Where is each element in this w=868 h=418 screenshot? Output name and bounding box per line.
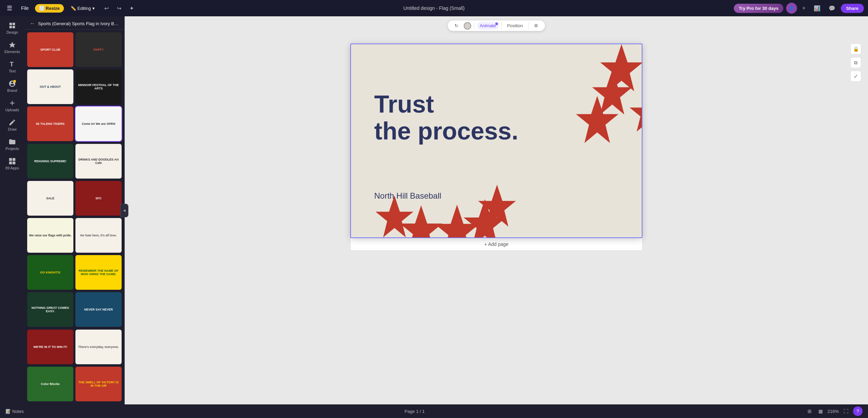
- animate-active-dot: [495, 22, 498, 25]
- zoom-level: 216%: [828, 409, 839, 414]
- resize-canvas-button[interactable]: ⤢: [850, 71, 861, 82]
- svg-rect-2: [10, 26, 12, 28]
- canvas-frame[interactable]: Trust the process. North Hill Baseball: [350, 44, 642, 238]
- sidebar-item-projects[interactable]: Projects: [1, 135, 23, 153]
- svg-marker-11: [592, 70, 632, 115]
- svg-rect-7: [13, 158, 15, 161]
- refresh-button[interactable]: ↻: [452, 22, 461, 30]
- template-item[interactable]: REMEMBER THE NAME OF WHO OWNS THE GAME.: [75, 255, 122, 290]
- brand-notification-dot: [13, 80, 16, 83]
- sidebar-item-uploads[interactable]: Uploads: [1, 97, 23, 115]
- help-button[interactable]: ?: [853, 406, 863, 416]
- list-view-button[interactable]: ▦: [816, 408, 825, 415]
- notes-button[interactable]: 📝 Notes: [5, 409, 24, 414]
- template-item[interactable]: THE SMELL OF VICTORY IS IN THE AIR: [75, 367, 122, 401]
- template-item[interactable]: PARTY: [75, 32, 122, 67]
- template-item[interactable]: Color Blocke: [27, 367, 73, 401]
- stats-button[interactable]: 📊: [811, 4, 823, 13]
- undo-button[interactable]: ↩: [102, 4, 111, 13]
- notes-icon: 📝: [5, 409, 11, 414]
- template-item[interactable]: GO KNIGHTS!: [27, 255, 73, 290]
- svg-marker-18: [464, 199, 506, 237]
- template-item[interactable]: DRINKS AND DOODLES Art Cafe: [75, 144, 122, 179]
- template-item[interactable]: SPORT CLUB: [27, 32, 73, 67]
- template-item[interactable]: REIGNING SUPREME!: [27, 144, 73, 179]
- templates-grid: SPORT CLUBPARTYOUT & ABOUTMINNOIR FESTIV…: [24, 30, 124, 404]
- sidebar-item-apps[interactable]: 89 Apps: [1, 155, 23, 173]
- svg-rect-9: [13, 162, 15, 164]
- comments-button[interactable]: 💬: [826, 4, 838, 13]
- left-panel: ← Sports (General) Sports Flag in Ivory …: [24, 16, 125, 404]
- svg-marker-16: [400, 205, 442, 237]
- toolbar-divider: [474, 22, 474, 29]
- sidebar-item-elements[interactable]: Elements: [1, 38, 23, 56]
- color-swatch[interactable]: [464, 22, 471, 30]
- sidebar-item-design[interactable]: Design: [1, 19, 23, 37]
- document-title: Untitled design - Flag (Small): [403, 5, 465, 11]
- template-item[interactable]: NEVER SAY NEVER: [75, 292, 122, 327]
- chevron-down-icon: ▾: [92, 6, 95, 11]
- file-menu-button[interactable]: File: [18, 4, 32, 12]
- add-collaborator-button[interactable]: +: [800, 4, 808, 13]
- template-item[interactable]: WE'RE IN IT TO WIN IT!: [27, 330, 73, 364]
- bottom-bar: 📝 Notes Page 1 / 1 ⊞ ▦ 216% ⛶ ?: [0, 404, 868, 418]
- template-item[interactable]: We raise our flags with pride.: [27, 218, 73, 253]
- template-item[interactable]: OUT & ABOUT: [27, 69, 73, 104]
- template-item[interactable]: Come in! We are OPEN: [75, 106, 122, 141]
- svg-marker-15: [376, 196, 413, 237]
- grid-view-button[interactable]: ⊞: [805, 408, 814, 415]
- fullscreen-button[interactable]: ⛶: [842, 408, 850, 415]
- sidebar-icons: Design Elements T Text Brand Uploads Dra…: [0, 16, 24, 404]
- svg-rect-8: [9, 162, 12, 164]
- settings-button[interactable]: ⚙: [531, 22, 541, 30]
- template-item[interactable]: No hate here, it's all love.: [75, 218, 122, 253]
- svg-rect-3: [13, 26, 15, 28]
- svg-marker-12: [576, 96, 618, 143]
- template-item[interactable]: NOTHING GREAT COMES EASY.: [27, 292, 73, 327]
- resize-button[interactable]: ⬜ Resize: [35, 4, 64, 13]
- svg-marker-10: [600, 44, 642, 91]
- template-item[interactable]: SALE: [27, 181, 73, 216]
- page-info: Page 1 / 1: [405, 409, 425, 414]
- collapse-panel-button[interactable]: ◀: [120, 204, 128, 217]
- animate-label: Animate: [480, 23, 496, 28]
- toolbar-divider-2: [501, 22, 502, 29]
- hamburger-menu-button[interactable]: ☰: [4, 3, 15, 13]
- avatar[interactable]: 👤: [786, 3, 797, 14]
- toolbar-divider-3: [528, 22, 529, 29]
- pencil-icon: ✏️: [71, 6, 76, 11]
- resize-icon: ⬜: [39, 6, 45, 11]
- main-area: Design Elements T Text Brand Uploads Dra…: [0, 16, 868, 404]
- svg-marker-13: [630, 93, 642, 132]
- share-button[interactable]: Share: [841, 4, 864, 13]
- lock-button[interactable]: 🔒: [850, 44, 861, 54]
- template-item[interactable]: SFC: [75, 181, 122, 216]
- template-item[interactable]: 92 TALENS TIGERS: [27, 106, 73, 141]
- add-page-bar[interactable]: + Add page: [350, 238, 642, 251]
- copy-button[interactable]: ⧉: [850, 57, 861, 68]
- svg-rect-1: [13, 23, 15, 25]
- svg-rect-6: [9, 158, 12, 161]
- svg-rect-0: [10, 23, 12, 25]
- panel-back-button[interactable]: ←: [30, 20, 35, 27]
- sidebar-item-brand[interactable]: Brand: [1, 77, 23, 95]
- magic-button[interactable]: ✦: [127, 4, 137, 13]
- position-label: Position: [507, 23, 523, 28]
- svg-marker-4: [9, 42, 15, 48]
- try-pro-button[interactable]: Try Pro for 30 days: [734, 4, 783, 13]
- template-item[interactable]: MINNOIR FESTIVAL OF THE ARTS: [75, 69, 122, 104]
- animate-button[interactable]: Animate: [477, 22, 499, 30]
- right-toolbar: 🔒 ⧉ ⤢: [850, 44, 861, 82]
- editing-button[interactable]: ✏️ Editing ▾: [67, 4, 99, 13]
- svg-marker-19: [478, 185, 516, 227]
- svg-text:T: T: [10, 61, 14, 68]
- canvas-content: Trust the process. North Hill Baseball: [351, 44, 642, 237]
- redo-button[interactable]: ↪: [114, 4, 124, 13]
- position-button[interactable]: Position: [504, 22, 526, 30]
- sidebar-item-text[interactable]: T Text: [1, 58, 23, 76]
- canvas-area[interactable]: ↻ Animate Position ⚙ 🔒 ⧉ ⤢: [125, 16, 868, 404]
- canvas-sub-text: North Hill Baseball: [374, 191, 441, 201]
- template-item[interactable]: There's everyday, everyone.: [75, 330, 122, 364]
- canvas-main-text: Trust the process.: [374, 91, 518, 145]
- sidebar-item-draw[interactable]: Draw: [1, 116, 23, 134]
